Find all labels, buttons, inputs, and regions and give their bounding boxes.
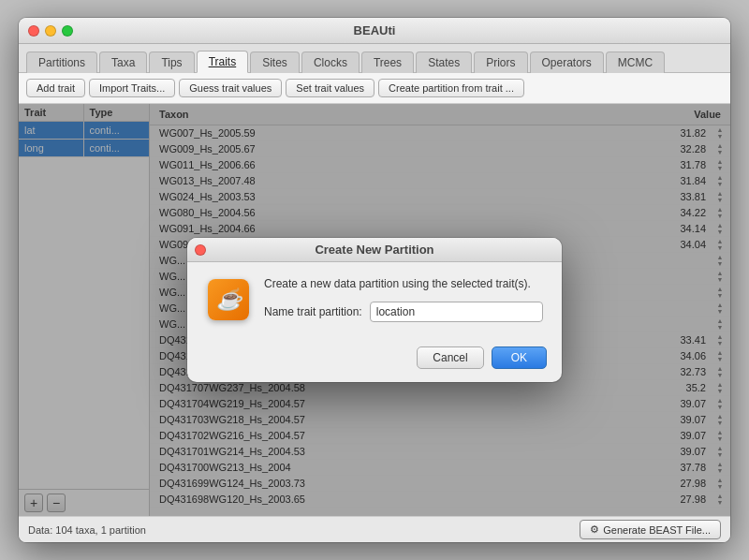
title-bar: BEAUti	[19, 18, 730, 44]
tab-partitions[interactable]: Partitions	[26, 52, 97, 73]
guess-trait-values-button[interactable]: Guess trait values	[179, 79, 282, 97]
close-button[interactable]	[28, 25, 39, 37]
tab-clocks[interactable]: Clocks	[301, 52, 360, 73]
tab-states[interactable]: States	[416, 52, 472, 73]
tab-mcmc[interactable]: MCMC	[606, 52, 665, 73]
maximize-button[interactable]	[62, 25, 73, 37]
modal-close-button[interactable]	[195, 244, 206, 256]
set-trait-values-button[interactable]: Set trait values	[286, 79, 374, 97]
generate-beast-button[interactable]: ⚙ Generate BEAST File...	[580, 520, 721, 539]
window-title: BEAUti	[354, 23, 396, 37]
tabs-bar: Partitions Taxa Tips Traits Sites Clocks…	[19, 44, 730, 73]
tab-operators[interactable]: Operators	[530, 52, 604, 73]
status-bar: Data: 104 taxa, 1 partition ⚙ Generate B…	[19, 516, 730, 542]
main-window: BEAUti Partitions Taxa Tips Traits Sites…	[19, 18, 730, 542]
tab-trees[interactable]: Trees	[361, 52, 414, 73]
generate-label: Generate BEAST File...	[603, 524, 711, 536]
modal-description: Create a new data partition using the se…	[264, 277, 543, 290]
create-partition-modal: Create New Partition ☕ Create a new data…	[187, 238, 562, 382]
modal-field-label: Name trait partition:	[264, 305, 362, 318]
status-text: Data: 104 taxa, 1 partition	[28, 524, 146, 536]
add-trait-button[interactable]: Add trait	[26, 79, 85, 97]
import-traits-button[interactable]: Import Traits...	[89, 79, 175, 97]
modal-body: ☕ Create a new data partition using the …	[187, 262, 562, 337]
modal-footer: Cancel OK	[187, 337, 562, 382]
create-partition-button[interactable]: Create partition from trait ...	[378, 79, 524, 97]
gear-icon: ⚙	[590, 523, 599, 536]
partition-name-input[interactable]	[370, 302, 543, 322]
modal-overlay: Create New Partition ☕ Create a new data…	[19, 104, 730, 516]
tab-traits[interactable]: Traits	[197, 51, 249, 73]
tab-sites[interactable]: Sites	[250, 52, 300, 73]
minimize-button[interactable]	[45, 25, 56, 37]
tab-priors[interactable]: Priors	[474, 52, 527, 73]
tab-taxa[interactable]: Taxa	[99, 52, 147, 73]
modal-text-area: Create a new data partition using the se…	[264, 277, 543, 322]
modal-title-bar: Create New Partition	[187, 238, 562, 262]
cancel-button[interactable]: Cancel	[417, 346, 483, 369]
java-logo: ☕	[208, 279, 249, 320]
modal-title: Create New Partition	[315, 243, 433, 257]
tab-tips[interactable]: Tips	[149, 52, 194, 73]
traffic-lights	[28, 25, 73, 37]
toolbar: Add trait Import Traits... Guess trait v…	[19, 73, 730, 104]
modal-icon: ☕	[206, 277, 251, 322]
ok-button[interactable]: OK	[492, 346, 547, 369]
main-content: Trait Type lat conti... long conti... + …	[19, 104, 730, 516]
modal-field-row: Name trait partition:	[264, 302, 543, 322]
